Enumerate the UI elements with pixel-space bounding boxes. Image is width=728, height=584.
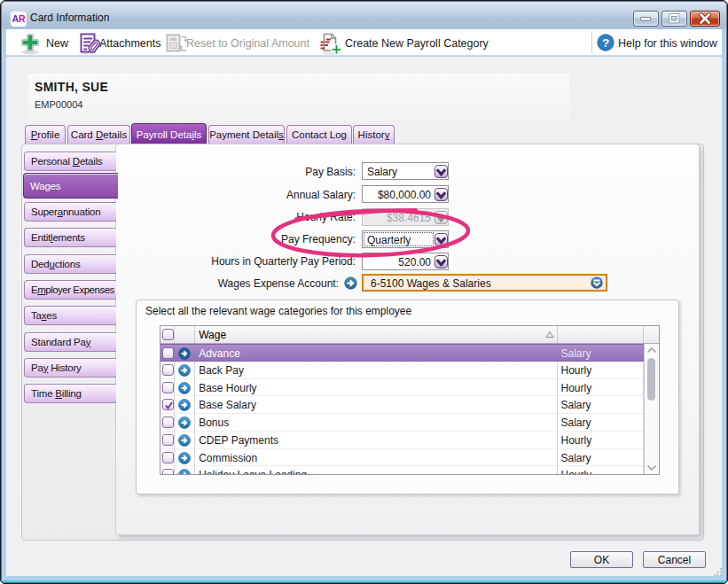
svg-text:?: ? <box>602 36 609 50</box>
